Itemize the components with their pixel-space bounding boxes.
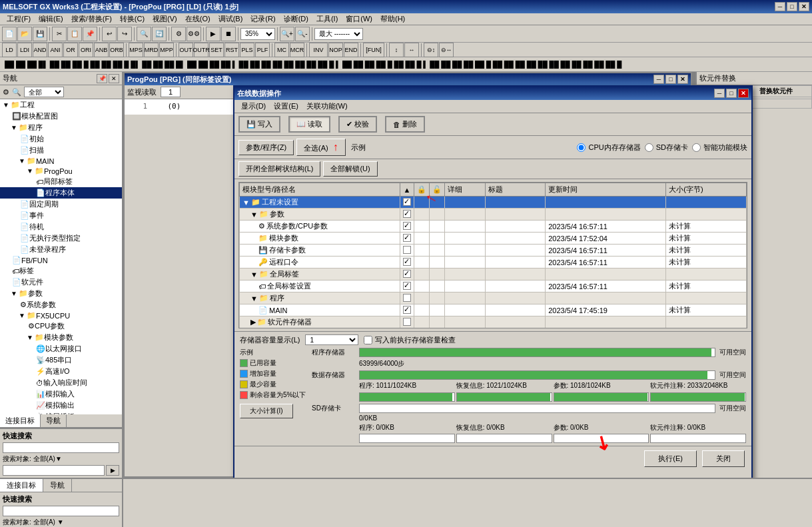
tree-item-program[interactable]: ▼ 📁 程序	[0, 122, 122, 133]
nav-close-btn[interactable]: ✕	[109, 74, 119, 83]
tb2-btn20[interactable]: INV	[309, 43, 328, 57]
main-check[interactable]	[400, 304, 414, 316]
sd-params-checkbox[interactable]	[403, 246, 411, 254]
search-go-btn[interactable]: ▶	[106, 465, 119, 476]
verify-tab-btn[interactable]: ✔ 校验	[338, 116, 377, 133]
sd-params-check[interactable]	[400, 245, 414, 257]
module-params-check[interactable]	[400, 233, 414, 245]
tb2-fun-btn[interactable]: [FUN]	[363, 43, 384, 57]
menu-edit[interactable]: 编辑(E)	[35, 13, 67, 25]
menu-search[interactable]: 搜索/替换(F)	[67, 13, 116, 25]
global-label-check[interactable]	[400, 268, 414, 280]
tree-item-params[interactable]: ▼ 📁 参数	[0, 288, 122, 299]
close-dialog-btn[interactable]: 关闭	[702, 450, 745, 467]
find-btn[interactable]: 🔍	[137, 27, 151, 41]
bottom-search-input[interactable]	[3, 506, 119, 516]
convert-all-btn[interactable]: ⚙⚙	[187, 27, 201, 41]
tb2-btn5[interactable]: OR	[63, 43, 78, 57]
global-label-setting-check[interactable]	[400, 280, 414, 292]
table-row-main[interactable]: 📄 MAIN 2023/5/4 17:45:19 未计算	[240, 304, 747, 316]
global-label-checkbox[interactable]	[403, 270, 411, 278]
cpu-memory-radio[interactable]	[577, 143, 586, 152]
tree-item-tag[interactable]: 🏷 标签	[0, 265, 122, 276]
undo-btn[interactable]: ↩	[102, 27, 117, 41]
tb2-btn6[interactable]: ORI	[79, 43, 93, 57]
tb2-btn2[interactable]: LDI	[17, 43, 32, 57]
tree-item-module-config[interactable]: 🔲 模块配置图	[0, 111, 122, 122]
tree-item-standby[interactable]: 📄 待机	[0, 221, 122, 233]
params-group-checkbox[interactable]	[403, 210, 411, 218]
menu-records[interactable]: 记录(R)	[246, 13, 279, 25]
tb2-btn15[interactable]: RST	[224, 43, 239, 57]
dialog-menu-related[interactable]: 关联功能(W)	[302, 101, 352, 112]
dialog-close-btn[interactable]: ✕	[738, 89, 749, 98]
nav-pin-btn[interactable]: 📌	[97, 74, 107, 83]
storage-dropdown[interactable]: 1	[305, 334, 358, 345]
tb2-btn7[interactable]: ANB	[94, 43, 109, 57]
cut-btn[interactable]: ✂	[52, 27, 67, 41]
tree-item-485-serial[interactable]: 📡 485串口	[0, 354, 122, 366]
unlock-all-btn[interactable]: 全部解锁(U)	[323, 161, 377, 177]
dialog-menu-display[interactable]: 显示(D)	[237, 101, 270, 112]
write-tab-btn[interactable]: 💾 写入	[238, 116, 280, 133]
tb2-btn18[interactable]: MC	[274, 43, 289, 57]
tb2-btn13[interactable]: OUTR	[194, 43, 208, 57]
tb2-del-col-btn[interactable]: ⊖↔	[439, 43, 454, 57]
smart-module-radio-label[interactable]: 智能功能模块	[692, 143, 747, 153]
tb2-btn14[interactable]: SET	[209, 43, 224, 57]
tree-item-device[interactable]: 📄 软元件	[0, 276, 122, 288]
sim-btn[interactable]: ▶	[206, 27, 220, 41]
table-row-top[interactable]: ▼ 📁 工程未设置	[240, 197, 747, 209]
menu-debug[interactable]: 调试(B)	[214, 13, 247, 25]
zoom-dropdown[interactable]: 35% 50% 100%	[240, 28, 275, 40]
sd-card-radio-label[interactable]: SD存储卡	[645, 143, 688, 153]
remote-pwd-checkbox[interactable]	[403, 258, 411, 266]
tree-item-progpou[interactable]: ▼ 📁 ProgPou	[0, 166, 122, 176]
open-all-tree-btn[interactable]: 开闭全部树状结构(L)	[238, 161, 320, 177]
main-checkbox[interactable]	[403, 306, 411, 314]
tree-item-fbfun[interactable]: 📄 FB/FUN	[0, 255, 122, 265]
tb2-btn17[interactable]: PLF	[255, 43, 270, 57]
remote-pwd-check[interactable]	[400, 257, 414, 268]
tree-item-main[interactable]: ▼ 📁 MAIN	[0, 156, 122, 166]
tree-item-no-exec[interactable]: 📄 无执行类型指定	[0, 233, 122, 244]
search-input-2[interactable]	[3, 465, 105, 476]
row-top-check[interactable]	[400, 197, 414, 209]
tree-item-fixed-period[interactable]: 📄 固定周期	[0, 199, 122, 210]
nav-tab-connect[interactable]: 连接目标	[0, 414, 41, 427]
menu-window[interactable]: 窗口(W)	[342, 13, 376, 25]
dialog-menu-settings[interactable]: 设置(E)	[270, 101, 302, 112]
write-check-row[interactable]: 写入前执行存储容量检查	[364, 335, 456, 345]
sys-params-checkbox[interactable]	[403, 222, 411, 230]
dialog-max-btn[interactable]: □	[726, 89, 737, 98]
table-row-params-group[interactable]: ▼ 📁 参数	[240, 209, 747, 221]
tb2-btn1[interactable]: LD	[2, 43, 17, 57]
filter-dropdown[interactable]: 全部	[24, 87, 64, 97]
tb2-btn19[interactable]: MCR	[290, 43, 304, 57]
program-group-check[interactable]	[400, 292, 414, 304]
quick-search-input[interactable]	[3, 442, 119, 453]
tb2-btn11[interactable]: MPP	[159, 43, 174, 57]
tb2-btn8[interactable]: ORB	[109, 43, 124, 57]
program-group-checkbox[interactable]	[403, 294, 411, 302]
tree-item-unregistered[interactable]: 📄 未登录程序	[0, 244, 122, 255]
row-top-checkbox[interactable]	[403, 198, 411, 206]
module-params-checkbox[interactable]	[403, 234, 411, 242]
select-all-btn[interactable]: 全选(A) ↑	[296, 139, 346, 156]
minimize-btn[interactable]: ─	[775, 2, 785, 11]
device-memory-checkbox[interactable]	[403, 318, 411, 326]
tree-item-scan[interactable]: 📄 扫描	[0, 145, 122, 156]
max-dropdown[interactable]: 最大 -------	[314, 28, 363, 40]
progpou-close-btn[interactable]: ✕	[677, 75, 688, 84]
table-row-sys-params[interactable]: ⚙ 系统参数/CPU参数 2023/5/4 16:57:11 未计算	[240, 221, 747, 233]
table-row-global-label-setting[interactable]: 🏷 全局标签设置 2023/5/4 16:57:11 未计算	[240, 280, 747, 292]
copy-btn[interactable]: 📋	[67, 27, 82, 41]
table-row-remote-pwd[interactable]: 🔑 远程口令 2023/5/4 16:57:11 未计算	[240, 257, 747, 268]
tree-item-high-speed-io[interactable]: ⚡ 高速I/O	[0, 366, 122, 377]
convert-btn[interactable]: ⚙	[171, 27, 186, 41]
menu-diagnose[interactable]: 诊断(D)	[280, 13, 312, 25]
tree-item-fx5ucpu[interactable]: ▼ 📁 FX5UCPU	[0, 310, 122, 320]
tb2-btn10[interactable]: MRD	[144, 43, 159, 57]
smart-module-radio[interactable]	[692, 143, 701, 152]
delete-tab-btn[interactable]: 🗑 删除	[385, 116, 425, 133]
